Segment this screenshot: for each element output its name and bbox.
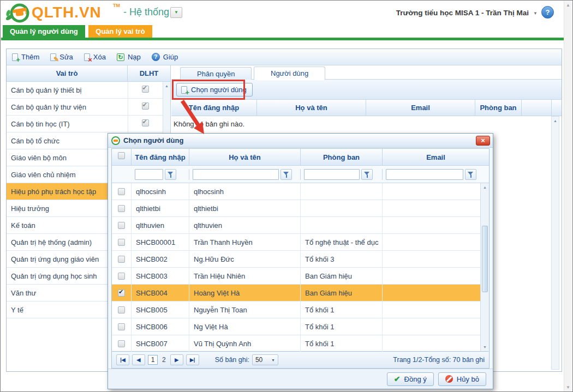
scroll-down-icon[interactable]: ▼ [481, 345, 489, 349]
row-checkbox[interactable] [118, 306, 125, 313]
scroll-up-icon[interactable]: ▲ [163, 84, 170, 88]
qlth-logo-icon [5, 2, 30, 24]
users-grid-header: Tên đăng nhập Họ và tên Email Phòng ban [171, 100, 562, 116]
dlht-checkbox[interactable]: ✔ [142, 102, 149, 110]
help-toolbar-icon: ? [152, 53, 160, 61]
row-checkbox[interactable] [118, 340, 125, 347]
filter-icon[interactable] [361, 169, 373, 180]
main-nav-tabs: Quản lý người dùng Quản lý vai trò [1, 25, 152, 38]
column-header-email[interactable]: Email [383, 149, 489, 165]
filter-icon[interactable] [165, 169, 176, 180]
filter-input-fullname[interactable] [193, 169, 279, 180]
filter-icon[interactable] [280, 169, 292, 180]
delete-label: Xóa [93, 53, 106, 61]
edit-label: Sửa [59, 53, 73, 61]
scroll-up-icon[interactable]: ▲ [552, 119, 559, 123]
user-table-scrollbar[interactable]: ▲ ▼ [480, 183, 489, 351]
tab-users[interactable]: Người dùng [254, 67, 325, 80]
column-header-username[interactable]: Tên đăng nhập [132, 149, 189, 165]
page-vertical-scrollbar[interactable]: ▲ ▼ [564, 1, 572, 391]
user-row[interactable]: SHCB007 Vũ Thị Quỳnh Anh Tổ khối 1 [112, 335, 489, 352]
user-row[interactable]: SHCB002 Ng.Hữu Đức Tổ khối 3 [112, 251, 489, 268]
row-checkbox[interactable] [118, 239, 125, 246]
last-page-button[interactable]: ▶| [186, 354, 199, 365]
row-checkbox[interactable] [118, 256, 125, 263]
user-row[interactable]: qlhocsinh qlhocsinh [112, 183, 489, 200]
app-window: QLTH.VN TM - Hệ thống ▼ Trường tiểu học … [0, 0, 573, 392]
cancel-button[interactable]: Hủy bỏ [438, 372, 486, 386]
edit-button[interactable]: ✎ Sửa [50, 53, 73, 61]
choose-user-button[interactable]: + Chọn người dùng [176, 83, 253, 97]
add-label: Thêm [21, 53, 39, 61]
add-button[interactable]: + Thêm [12, 53, 39, 61]
scrollbar-thumb[interactable] [482, 226, 488, 292]
filter-input-department[interactable] [304, 169, 360, 180]
module-title: - Hệ thống [123, 7, 169, 18]
account-dropdown-icon[interactable]: ▼ [533, 11, 538, 16]
tab-role-management[interactable]: Quản lý vai trò [88, 25, 152, 38]
table-row[interactable]: Cán bộ quản lý thiết bị ✔ [7, 82, 170, 99]
row-checkbox[interactable] [118, 205, 125, 212]
page-2-link[interactable]: 2 [162, 356, 166, 364]
close-icon[interactable]: × [476, 136, 490, 146]
user-row[interactable]: qlthuvien qlthuvien [112, 217, 489, 234]
current-page[interactable]: 1 [148, 355, 158, 365]
row-checkbox-checked[interactable]: ✔ [118, 290, 125, 297]
user-row[interactable]: qlthietbi qlthietbi [112, 200, 489, 217]
column-header-username[interactable]: Tên đăng nhập [171, 100, 257, 116]
scroll-up-icon[interactable]: ▲ [481, 185, 489, 189]
delete-icon: × [84, 53, 90, 61]
column-header-fullname[interactable]: Họ và tên [189, 149, 301, 165]
edit-icon: ✎ [50, 53, 56, 61]
column-header-empty [552, 100, 562, 116]
tab-permissions[interactable]: Phân quyền [180, 67, 252, 80]
page-size-select[interactable]: 50 ▼ [252, 354, 278, 365]
delete-button[interactable]: × Xóa [84, 53, 106, 61]
prev-page-button[interactable]: ◀ [132, 354, 145, 365]
add-user-icon: + [181, 86, 187, 94]
dialog-titlebar[interactable]: Chọn người dùng × [108, 134, 493, 148]
add-icon: + [12, 53, 18, 61]
select-all-checkbox[interactable] [118, 152, 125, 159]
dlht-checkbox[interactable]: ✔ [142, 86, 149, 93]
first-page-button[interactable]: |◀ [116, 354, 129, 365]
next-page-button[interactable]: ▶ [170, 354, 183, 365]
refresh-button[interactable]: ↻ Nạp [117, 53, 141, 61]
refresh-icon: ↻ [117, 53, 124, 61]
row-checkbox[interactable] [118, 222, 125, 229]
column-header-role[interactable]: Vai trò [7, 65, 128, 81]
column-header-department[interactable]: Phòng ban [475, 100, 522, 116]
user-table: Tên đăng nhập Họ và tên Phòng ban Email [111, 148, 490, 352]
ok-label: Đồng ý [404, 375, 427, 383]
dlht-checkbox[interactable]: ✔ [142, 119, 149, 126]
refresh-label: Nạp [128, 53, 141, 61]
user-row[interactable]: SHCB005 Nguyễn Thị Toan Tổ khối 1 [112, 301, 489, 318]
user-row[interactable]: SHCB003 Trần Hiệu Nhiên Ban Giám hiệu [112, 268, 489, 285]
users-grid-scrollbar[interactable]: ▲ [551, 116, 559, 370]
column-header-dlht[interactable]: DLHT [128, 65, 170, 81]
filter-input-email[interactable] [386, 169, 463, 180]
row-checkbox[interactable] [118, 273, 125, 280]
ok-button[interactable]: ✔ Đồng ý [387, 372, 434, 386]
filter-icon[interactable] [465, 169, 476, 180]
help-toolbar-button[interactable]: ? Giúp [152, 53, 178, 61]
user-row-selected[interactable]: ✔ SHCB004 Hoàng Việt Hà Ban Giám hiệu [112, 285, 489, 301]
scroll-down-icon[interactable]: ▼ [564, 385, 572, 390]
column-header-fullname[interactable]: Họ và tên [257, 100, 366, 116]
table-row[interactable]: Cán bộ tin học (IT) ✔ [7, 116, 170, 132]
scroll-up-icon[interactable]: ▲ [564, 3, 572, 8]
user-row[interactable]: SHCB00001 Trần Thanh Huyền Tổ nghệ thuật… [112, 234, 489, 251]
row-checkbox[interactable] [118, 188, 125, 195]
module-dropdown-button[interactable]: ▼ [170, 7, 182, 18]
tab-user-management[interactable]: Quản lý người dùng [3, 25, 85, 38]
filter-input-username[interactable] [135, 169, 163, 180]
user-row[interactable]: SHCB006 Ng Việt Hà Tổ khối 1 [112, 318, 489, 335]
column-header-department[interactable]: Phòng ban [301, 149, 383, 165]
table-row[interactable]: Cán bộ quản lý thư viện ✔ [7, 99, 170, 116]
column-header-email[interactable]: Email [366, 100, 475, 116]
nav-underline-bar [1, 38, 565, 40]
detail-tab-strip: Phân quyền Người dùng [171, 65, 562, 80]
help-icon[interactable]: ? [541, 6, 554, 19]
app-header: QLTH.VN TM - Hệ thống ▼ Trường tiểu học … [1, 1, 564, 25]
row-checkbox[interactable] [118, 323, 125, 330]
